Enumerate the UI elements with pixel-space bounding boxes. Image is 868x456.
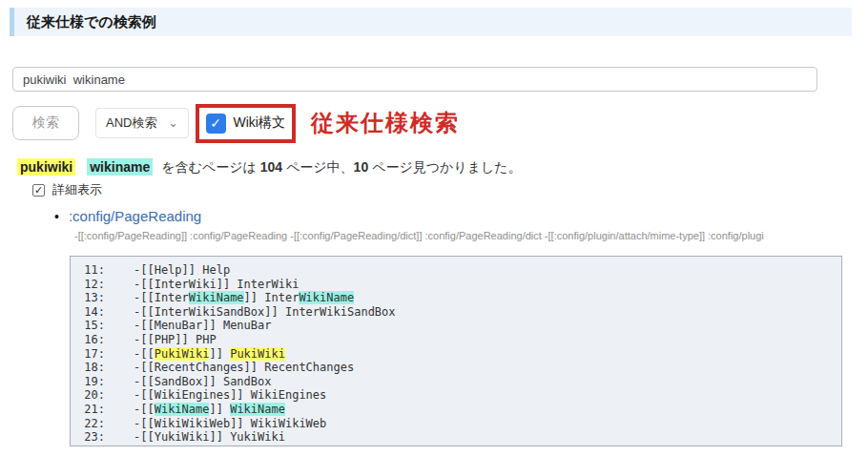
code-line-number: 17: [80, 347, 105, 362]
detail-display-row: ✓ 詳細表示 [32, 181, 102, 198]
highlighted-keyword: WikiName [230, 403, 285, 416]
code-text: -[[Inter [134, 291, 189, 304]
code-text: -[[ [134, 403, 155, 416]
highlighted-keyword: PukiWiki [155, 347, 210, 361]
code-line: 14:-[[InterWikiSandBox]] InterWikiSandBo… [80, 305, 841, 320]
checkmark-icon: ✓ [210, 116, 221, 130]
search-controls: 検索 AND検索 ⌄ ✓ Wiki構文 従来仕様検索 [12, 101, 460, 145]
code-line: 13:-[[InterWikiName]] InterWikiName [80, 291, 841, 305]
detail-checkbox[interactable]: ✓ [32, 184, 45, 197]
wiki-syntax-checkbox[interactable]: ✓ [206, 114, 226, 134]
section-header: 従来仕様での検索例 [10, 8, 852, 36]
code-line-number: 16: [80, 333, 105, 347]
detail-checkbox-label[interactable]: 詳細表示 [52, 181, 102, 198]
result-found-pages: 10 [354, 159, 369, 175]
code-line-content: -[[PukiWiki]] PukiWiki [134, 347, 285, 361]
code-text: -[[YukiWiki]] YukiWiki [134, 430, 285, 444]
result-text-found: ページ見つかりました。 [372, 159, 522, 175]
code-line-content: -[[WikiName]] WikiName [134, 403, 285, 416]
result-list-item: • :config/PageReading [54, 208, 201, 224]
code-line-number: 13: [80, 291, 105, 305]
search-input[interactable] [12, 67, 817, 92]
annotation-text: 従来仕様検索 [311, 108, 460, 138]
code-block: 11:-[[Help]] Help12:-[[InterWiki]] Inter… [70, 256, 842, 446]
code-line-content: -[[WikiEngines]] WikiEngines [134, 388, 326, 402]
code-line-content: -[[InterWiki]] InterWiki [134, 278, 299, 291]
code-text: ]] [209, 347, 230, 361]
code-line: 17:-[[PukiWiki]] PukiWiki [80, 347, 841, 362]
chevron-down-icon: ⌄ [168, 117, 177, 129]
code-text: ]] [209, 403, 230, 416]
result-total-pages: 104 [260, 159, 282, 175]
code-line: 12:-[[InterWiki]] InterWiki [80, 278, 841, 292]
code-line-number: 20: [80, 388, 105, 403]
code-line-content: -[[YukiWiki]] YukiWiki [134, 430, 285, 444]
bullet-icon: • [54, 209, 59, 224]
page-title: 従来仕様での検索例 [14, 13, 156, 31]
code-line: 23:-[[YukiWiki]] YukiWiki [80, 430, 841, 445]
code-text: ]] Inter [244, 291, 300, 304]
code-line-number: 23: [80, 430, 105, 445]
code-line-number: 18: [80, 361, 105, 375]
highlighted-keyword: WikiName [299, 291, 354, 304]
code-line: 22:-[[WikiWikiWeb]] WikiWikiWeb [80, 417, 841, 431]
checkmark-icon: ✓ [34, 184, 43, 196]
code-text: -[[ [134, 347, 155, 361]
code-text: -[[RecentChanges]] RecentChanges [134, 361, 354, 374]
code-text: -[[InterWiki]] InterWiki [134, 278, 299, 291]
code-line-content: -[[InterWikiSandBox]] InterWikiSandBox [134, 305, 396, 319]
code-text: -[[PHP]] PHP [134, 333, 217, 346]
code-line-content: -[[SandBox]] SandBox [134, 375, 272, 388]
code-line-number: 14: [80, 305, 105, 320]
search-mode-select[interactable]: AND検索 ⌄ [95, 108, 189, 138]
result-page-link[interactable]: :config/PageReading [69, 208, 201, 224]
highlighted-keyword: WikiName [189, 291, 244, 304]
code-text: -[[SandBox]] SandBox [134, 375, 272, 388]
code-lines: 11:-[[Help]] Help12:-[[InterWiki]] Inter… [80, 263, 841, 445]
code-line: 18:-[[RecentChanges]] RecentChanges [80, 361, 841, 375]
code-line-number: 15: [80, 319, 105, 333]
code-line-content: -[[RecentChanges]] RecentChanges [134, 361, 354, 374]
code-line-number: 22: [80, 417, 105, 431]
code-line-content: -[[WikiWikiWeb]] WikiWikiWeb [134, 417, 326, 430]
search-button[interactable]: 検索 [12, 106, 79, 140]
code-line: 21:-[[WikiName]] WikiName [80, 403, 841, 417]
result-snippet: -[[:config/PageReading]] :config/PageRea… [74, 230, 860, 241]
annotation-highlight-box: ✓ Wiki構文 [196, 104, 296, 143]
code-text: -[[MenuBar]] MenuBar [134, 319, 272, 332]
code-line: 20:-[[WikiEngines]] WikiEngines [80, 388, 841, 403]
code-line-content: -[[PHP]] PHP [134, 333, 217, 346]
code-line: 11:-[[Help]] Help [80, 263, 841, 278]
code-line-number: 11: [80, 263, 105, 278]
result-text-contains: を含むページは [161, 159, 257, 175]
code-text: -[[Help]] Help [134, 263, 230, 277]
result-keyword-2: wikiname [87, 158, 153, 176]
highlighted-keyword: WikiName [155, 403, 210, 416]
code-line-content: -[[MenuBar]] MenuBar [134, 319, 272, 332]
code-line-content: -[[InterWikiName]] InterWikiName [134, 291, 354, 304]
code-line: 15:-[[MenuBar]] MenuBar [80, 319, 841, 333]
result-text-of: ページ中、 [286, 159, 354, 175]
code-line: 16:-[[PHP]] PHP [80, 333, 841, 347]
code-line-number: 12: [80, 278, 105, 292]
wiki-syntax-label[interactable]: Wiki構文 [234, 114, 285, 132]
code-text: -[[WikiWikiWeb]] WikiWikiWeb [134, 417, 326, 430]
code-line-number: 21: [80, 403, 105, 417]
highlighted-keyword: PukiWiki [230, 347, 285, 361]
code-line: 19:-[[SandBox]] SandBox [80, 375, 841, 389]
code-text: -[[WikiEngines]] WikiEngines [134, 388, 326, 402]
code-text: -[[InterWikiSandBox]] InterWikiSandBox [134, 305, 396, 319]
code-line-content: -[[Help]] Help [134, 263, 230, 277]
result-keyword-1: pukiwiki [17, 158, 75, 176]
result-summary: pukiwikiwikiname を含むページは 104 ページ中、10 ページ… [17, 159, 522, 176]
search-mode-value: AND検索 [106, 114, 156, 132]
code-line-number: 19: [80, 375, 105, 389]
